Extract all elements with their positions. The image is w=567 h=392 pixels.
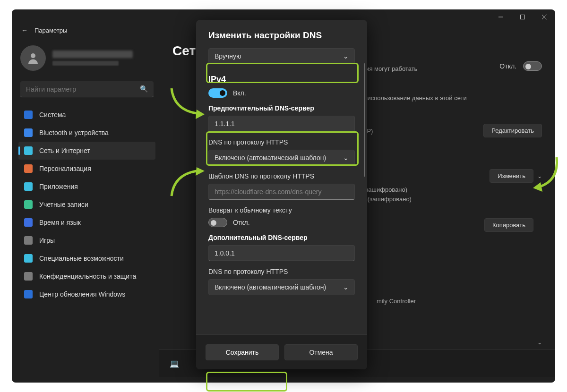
chevron-down-icon[interactable]: ⌄ bbox=[537, 173, 542, 179]
nav-icon bbox=[24, 272, 33, 281]
pref-dns-input[interactable] bbox=[208, 116, 355, 132]
search-box[interactable]: 🔍 bbox=[20, 81, 154, 97]
user-name-redacted bbox=[52, 51, 133, 58]
sidebar-item-2[interactable]: Сеть и Интернет bbox=[18, 142, 155, 160]
dns-mode-select[interactable]: Вручную ⌄ bbox=[208, 48, 355, 64]
pref-dns-label: Предпочтительный DNS-сервер bbox=[208, 104, 355, 112]
nav-label: Сеть и Интернет bbox=[39, 147, 90, 154]
chevron-down-icon: ⌄ bbox=[343, 52, 349, 60]
copy-button[interactable]: Копировать bbox=[484, 218, 533, 232]
chevron-down-icon: ⌄ bbox=[343, 154, 349, 162]
fallback-label: Возврат к обычному тексту bbox=[208, 206, 355, 214]
nav-label: Персонализация bbox=[39, 165, 91, 172]
user-email-redacted bbox=[52, 61, 119, 66]
sidebar-item-0[interactable]: Система bbox=[18, 106, 155, 124]
back-arrow-icon[interactable]: ← bbox=[21, 26, 28, 34]
doh2-value: Включено (автоматический шаблон) bbox=[215, 283, 326, 291]
sidebar-item-9[interactable]: Конфиденциальность и защита bbox=[18, 267, 155, 285]
display-icon[interactable]: 💻 bbox=[170, 359, 179, 368]
fallback-toggle-label: Откл. bbox=[233, 219, 250, 226]
dialog-scrollbar[interactable] bbox=[364, 63, 365, 177]
row1-right: Откл. bbox=[499, 61, 542, 71]
ipv4-toggle[interactable] bbox=[208, 88, 227, 98]
change-button[interactable]: Изменить bbox=[490, 169, 533, 183]
doh-label: DNS по протоколу HTTPS bbox=[208, 138, 355, 146]
nav-label: Игры bbox=[39, 237, 55, 244]
window-controls bbox=[490, 9, 555, 25]
chevron-down-icon: ⌄ bbox=[343, 283, 349, 291]
avatar bbox=[20, 45, 46, 71]
nav-icon bbox=[24, 182, 33, 191]
doh2-label: DNS по протоколу HTTPS bbox=[208, 268, 355, 275]
nav-icon bbox=[24, 236, 33, 245]
sidebar-item-8[interactable]: Специальные возможности bbox=[18, 249, 155, 267]
save-button[interactable]: Сохранить bbox=[206, 344, 279, 360]
sidebar: 🔍 СистемаBluetooth и устройстваСеть и Ин… bbox=[12, 34, 159, 377]
sidebar-item-6[interactable]: Время и язык bbox=[18, 213, 155, 231]
ipv4-toggle-label: Вкл. bbox=[233, 89, 246, 97]
nav-label: Конфиденциальность и защита bbox=[39, 273, 136, 280]
edit-button[interactable]: Редактировать bbox=[483, 124, 542, 137]
template-input bbox=[208, 184, 355, 200]
alt-dns-input[interactable] bbox=[208, 245, 355, 261]
frag-row2: ь использование данных в этой сети bbox=[362, 94, 467, 102]
row1-toggle[interactable] bbox=[523, 61, 542, 71]
nav-label: Приложения bbox=[39, 183, 78, 190]
svg-rect-1 bbox=[521, 15, 525, 19]
frag-row4c: 1 (зашифровано) bbox=[362, 196, 412, 203]
nav-label: Учетные записи bbox=[39, 201, 88, 208]
sidebar-item-4[interactable]: Приложения bbox=[18, 178, 155, 196]
minimize-button[interactable] bbox=[490, 9, 512, 25]
cancel-button[interactable]: Отмена bbox=[284, 344, 358, 360]
nav-label: Время и язык bbox=[39, 219, 81, 226]
nav-list: СистемаBluetooth и устройстваСеть и Инте… bbox=[18, 106, 155, 303]
fallback-toggle[interactable] bbox=[208, 218, 227, 227]
frag-row1: ния могут работать bbox=[362, 65, 417, 72]
dns-settings-dialog: Изменить настройки DNS Вручную ⌄ IPv4 Вк… bbox=[196, 20, 367, 369]
sidebar-item-3[interactable]: Персонализация bbox=[18, 160, 155, 178]
close-button[interactable] bbox=[533, 9, 555, 25]
app-title: Параметры bbox=[34, 27, 67, 34]
dns-mode-value: Вручную bbox=[215, 52, 241, 60]
ipv4-section-title: IPv4 bbox=[208, 75, 355, 85]
nav-icon bbox=[24, 146, 33, 155]
frag-row4b: (зашифровано) bbox=[363, 186, 407, 193]
doh-value: Включено (автоматический шаблон) bbox=[215, 154, 326, 162]
sidebar-item-5[interactable]: Учетные записи bbox=[18, 196, 155, 213]
frag-row6: mily Controller bbox=[377, 298, 416, 305]
template-label: Шаблон DNS по протоколу HTTPS bbox=[208, 172, 355, 180]
chevron-down-icon-2[interactable]: ⌄ bbox=[537, 339, 542, 346]
sidebar-item-10[interactable]: Центр обновления Windows bbox=[18, 285, 155, 303]
nav-label: Специальные возможности bbox=[39, 255, 124, 262]
nav-icon bbox=[24, 111, 33, 119]
nav-label: Центр обновления Windows bbox=[39, 290, 125, 298]
search-input[interactable] bbox=[20, 81, 154, 97]
nav-icon bbox=[24, 290, 33, 298]
svg-point-4 bbox=[31, 53, 35, 58]
doh-select[interactable]: Включено (автоматический шаблон) ⌄ bbox=[208, 150, 355, 166]
alt-dns-label: Дополнительный DNS-сервер bbox=[208, 234, 355, 241]
search-icon: 🔍 bbox=[140, 85, 148, 93]
nav-icon bbox=[24, 200, 33, 209]
row1-status: Откл. bbox=[499, 62, 516, 70]
user-block[interactable] bbox=[20, 45, 154, 71]
maximize-button[interactable] bbox=[512, 9, 533, 25]
nav-icon bbox=[24, 128, 33, 137]
nav-label: Bluetooth и устройства bbox=[39, 129, 109, 136]
doh2-select[interactable]: Включено (автоматический шаблон) ⌄ bbox=[208, 279, 355, 295]
sidebar-item-7[interactable]: Игры bbox=[18, 231, 155, 249]
nav-icon bbox=[24, 164, 33, 173]
dialog-title: Изменить настройки DNS bbox=[208, 30, 355, 41]
nav-icon bbox=[24, 254, 33, 263]
nav-label: Система bbox=[39, 111, 66, 119]
dialog-footer: Сохранить Отмена bbox=[196, 334, 367, 369]
nav-icon bbox=[24, 218, 33, 227]
sidebar-item-1[interactable]: Bluetooth и устройства bbox=[18, 124, 155, 142]
